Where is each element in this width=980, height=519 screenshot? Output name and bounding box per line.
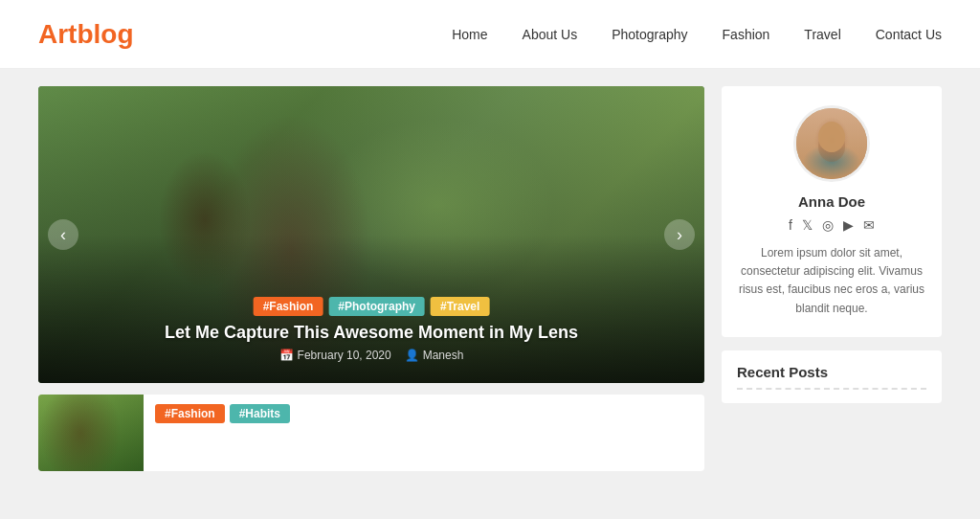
nav: Home About Us Photography Fashion Travel… [452,27,942,42]
hero-title: Let Me Capture This Awesome Moment in My… [38,323,704,343]
hero-date: 📅 February 10, 2020 [279,349,391,362]
recent-posts-title: Recent Posts [737,364,926,390]
main-content: ‹ › #Fashion #Photography #Travel Let Me… [38,86,704,471]
person-icon: 👤 [405,349,419,362]
sidebar: Anna Doe f 𝕏 ◎ ▶ ✉ Lorem ipsum dolor sit… [722,86,942,471]
nav-about[interactable]: About Us [523,27,578,42]
page-body: ‹ › #Fashion #Photography #Travel Let Me… [0,69,980,481]
nav-home[interactable]: Home [452,27,487,42]
nav-contact[interactable]: Contact Us [876,27,942,42]
hero-slider: ‹ › #Fashion #Photography #Travel Let Me… [38,86,704,383]
preview-tags: #Fashion #Habits [155,404,290,423]
facebook-icon[interactable]: f [789,217,792,233]
instagram-icon[interactable]: ◎ [822,217,834,233]
email-icon[interactable]: ✉ [863,217,875,233]
hero-tag-photography[interactable]: #Photography [328,297,425,316]
nav-photography[interactable]: Photography [612,27,687,42]
preview-thumbnail [38,395,144,471]
author-avatar [793,105,870,182]
logo[interactable]: Artblog [38,19,134,50]
author-name: Anna Doe [737,193,926,210]
preview-tag-habits[interactable]: #Habits [230,404,290,423]
nav-fashion[interactable]: Fashion [723,27,770,42]
author-social: f 𝕏 ◎ ▶ ✉ [737,217,926,233]
calendar-icon: 📅 [279,349,294,362]
slider-next-button[interactable]: › [664,219,695,250]
preview-card: #Fashion #Habits [38,395,704,471]
nav-travel[interactable]: Travel [804,27,840,42]
slider-prev-button[interactable]: ‹ [48,219,78,250]
youtube-icon[interactable]: ▶ [843,217,854,233]
twitter-icon[interactable]: 𝕏 [802,217,813,233]
recent-posts-widget: Recent Posts [722,350,942,403]
header: Artblog Home About Us Photography Fashio… [0,0,980,69]
hero-tag-travel[interactable]: #Travel [431,297,489,316]
hero-meta: 📅 February 10, 2020 👤 Manesh [38,349,704,362]
author-card: Anna Doe f 𝕏 ◎ ▶ ✉ Lorem ipsum dolor sit… [722,86,942,337]
preview-tag-fashion[interactable]: #Fashion [155,404,225,423]
hero-tags: #Fashion #Photography #Travel [254,297,490,316]
author-bio: Lorem ipsum dolor sit amet, consectetur … [737,244,926,318]
hero-caption: Let Me Capture This Awesome Moment in My… [38,323,704,362]
preview-info: #Fashion #Habits [144,395,301,471]
hero-author: 👤 Manesh [405,349,464,362]
hero-tag-fashion[interactable]: #Fashion [254,297,323,316]
